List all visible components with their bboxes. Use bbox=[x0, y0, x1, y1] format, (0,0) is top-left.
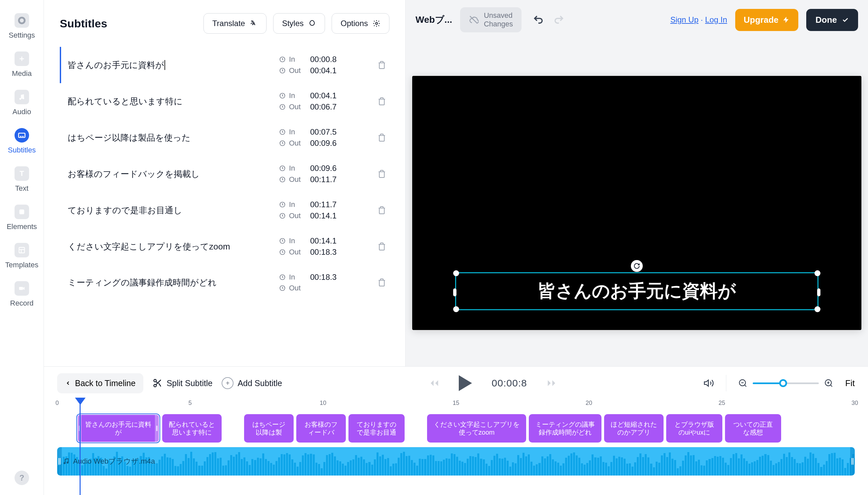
fit-button[interactable]: Fit bbox=[845, 378, 855, 388]
subtitle-text[interactable]: ミーティングの議事録作成時間がどれ bbox=[68, 277, 273, 288]
zoom-slider-thumb[interactable] bbox=[779, 379, 787, 387]
help-button[interactable]: ? bbox=[15, 471, 29, 485]
subtitle-row[interactable]: ミーティングの議事録作成時間がどれIn00:18.3Out bbox=[60, 264, 389, 300]
project-name[interactable]: Webブ... bbox=[415, 14, 452, 26]
play-button[interactable] bbox=[459, 375, 472, 391]
done-button[interactable]: Done bbox=[806, 9, 858, 31]
forward-icon[interactable] bbox=[547, 378, 557, 388]
subtitle-row[interactable]: 皆さんのお手元に資料がIn00:00.8Out00:04.1 bbox=[60, 47, 389, 83]
timeline-clip[interactable]: ミーティングの議事録作成時間がどれ bbox=[529, 414, 602, 443]
clip-handle-right[interactable] bbox=[155, 415, 159, 442]
signup-link[interactable]: Sign Up bbox=[670, 15, 698, 24]
sidebar-item-templates[interactable]: Templates bbox=[5, 243, 38, 269]
subtitle-track[interactable]: 皆さんのお手元に資料が配られていると思います特にはちページ以降は製お客様のフィー… bbox=[57, 414, 855, 443]
resize-handle-tr[interactable] bbox=[815, 270, 820, 276]
timeline-clip[interactable]: 皆さんのお手元に資料が bbox=[77, 414, 160, 443]
zoom-out-icon[interactable] bbox=[738, 378, 748, 388]
time-in[interactable]: In00:11.7 bbox=[279, 200, 362, 209]
subtitle-row[interactable]: お客様のフィードバックを掲載しIn00:09.6Out00:11.7 bbox=[60, 156, 389, 192]
styles-button[interactable]: Styles bbox=[273, 13, 325, 34]
time-in[interactable]: In00:14.1 bbox=[279, 236, 362, 245]
plus-circle-icon: + bbox=[222, 377, 233, 389]
video-canvas[interactable]: 皆さんのお手元に資料が bbox=[412, 76, 862, 330]
undo-icon[interactable] bbox=[533, 14, 544, 25]
subtitle-overlay[interactable]: 皆さんのお手元に資料が bbox=[455, 272, 818, 310]
subtitle-text[interactable]: お客様のフィードバックを掲載し bbox=[68, 168, 273, 180]
timeline-clip[interactable]: お客様のフィードバ bbox=[296, 414, 346, 443]
sidebar-item-text[interactable]: T Text bbox=[15, 166, 29, 193]
time-out[interactable]: Out00:06.7 bbox=[279, 102, 362, 112]
subtitle-row[interactable]: ください文字起こしアプリを使ってzoomIn00:14.1Out00:18.3 bbox=[60, 228, 389, 264]
subtitle-text[interactable]: ください文字起こしアプリを使ってzoom bbox=[68, 241, 273, 253]
rewind-icon[interactable] bbox=[429, 378, 439, 388]
sidebar-item-settings[interactable]: Settings bbox=[9, 13, 35, 39]
subtitle-text[interactable]: 配られていると思います特に bbox=[68, 96, 273, 107]
resize-handle-mr[interactable] bbox=[817, 288, 820, 296]
timeline[interactable]: 051015202530 皆さんのお手元に資料が配られていると思います特にはちペ… bbox=[44, 399, 868, 495]
subtitle-text[interactable]: はちページ以降は製品を使った bbox=[68, 132, 273, 143]
timeline-clip[interactable]: ておりますので是非お目通 bbox=[348, 414, 405, 443]
sidebar-item-subtitles[interactable]: Subtitles bbox=[8, 128, 36, 154]
delete-subtitle-button[interactable] bbox=[374, 166, 389, 182]
zoom-slider-track[interactable] bbox=[753, 382, 819, 384]
audio-handle-left[interactable] bbox=[57, 447, 62, 476]
delete-subtitle-button[interactable] bbox=[374, 94, 389, 109]
add-subtitle-button[interactable]: + Add Subtitle bbox=[222, 377, 282, 389]
canvas-viewport[interactable]: 皆さんのお手元に資料が bbox=[406, 39, 868, 366]
time-out[interactable]: Out00:14.1 bbox=[279, 211, 362, 220]
translate-button[interactable]: Translate bbox=[203, 13, 266, 34]
time-in[interactable]: In00:18.3 bbox=[279, 273, 362, 282]
login-link[interactable]: Log In bbox=[705, 15, 727, 24]
delete-subtitle-button[interactable] bbox=[374, 130, 389, 145]
time-out[interactable]: Out00:04.1 bbox=[279, 66, 362, 75]
resize-handle-ml[interactable] bbox=[453, 288, 457, 296]
subtitle-list[interactable]: 皆さんのお手元に資料がIn00:00.8Out00:04.1配られていると思いま… bbox=[60, 47, 389, 366]
sidebar-label-settings: Settings bbox=[9, 31, 35, 39]
audio-track[interactable]: Audio Webブラウザ.m4a bbox=[57, 447, 855, 476]
timeline-clip[interactable]: はちページ以降は製 bbox=[244, 414, 294, 443]
delete-subtitle-button[interactable] bbox=[374, 57, 389, 73]
sidebar-item-audio[interactable]: Audio bbox=[13, 90, 31, 116]
timeline-clip[interactable]: ください文字起こしアプリを使ってzoom bbox=[427, 414, 526, 443]
svg-rect-30 bbox=[59, 458, 59, 465]
translate-icon bbox=[250, 19, 258, 28]
redo-icon[interactable] bbox=[553, 14, 564, 25]
split-subtitle-button[interactable]: Split Subtitle bbox=[152, 378, 212, 388]
sidebar-item-elements[interactable]: Elements bbox=[6, 205, 37, 231]
subtitle-row[interactable]: ておりますので是非お目通しIn00:11.7Out00:14.1 bbox=[60, 192, 389, 228]
subtitle-text[interactable]: ておりますので是非お目通し bbox=[68, 205, 273, 216]
resize-handle-tl[interactable] bbox=[453, 270, 459, 276]
subtitle-row[interactable]: 配られていると思います特にIn00:04.1Out00:06.7 bbox=[60, 83, 389, 119]
resize-handle-br[interactable] bbox=[815, 306, 820, 312]
subtitle-row[interactable]: はちページ以降は製品を使ったIn00:07.5Out00:09.6 bbox=[60, 119, 389, 156]
timeline-clip[interactable]: ほど短縮されたのかアプリ bbox=[604, 414, 664, 443]
time-in[interactable]: In00:09.6 bbox=[279, 164, 362, 173]
sidebar-item-record[interactable]: Record bbox=[10, 281, 34, 308]
playhead[interactable] bbox=[80, 402, 81, 495]
subtitle-times: In00:14.1Out00:18.3 bbox=[279, 236, 362, 257]
refresh-icon[interactable] bbox=[631, 260, 643, 272]
delete-subtitle-button[interactable] bbox=[374, 275, 389, 290]
timeline-clip[interactable]: とブラウザ版のuiやuxに bbox=[666, 414, 722, 443]
zoom-in-icon[interactable] bbox=[824, 378, 833, 388]
resize-handle-bl[interactable] bbox=[453, 306, 459, 312]
subtitle-text[interactable]: 皆さんのお手元に資料が bbox=[68, 59, 273, 71]
time-out[interactable]: Out00:11.7 bbox=[279, 175, 362, 184]
time-out[interactable]: Out00:18.3 bbox=[279, 248, 362, 257]
upgrade-button[interactable]: Upgrade bbox=[735, 9, 798, 31]
time-in[interactable]: In00:04.1 bbox=[279, 91, 362, 100]
volume-icon[interactable] bbox=[704, 378, 714, 388]
time-in[interactable]: In00:07.5 bbox=[279, 127, 362, 137]
timeline-clip[interactable]: 配られていると思います特に bbox=[162, 414, 222, 443]
options-button[interactable]: Options bbox=[332, 13, 389, 34]
timeline-clip[interactable]: ついての正直な感想 bbox=[725, 414, 781, 443]
audio-handle-right[interactable] bbox=[850, 447, 855, 476]
time-out[interactable]: Out00:09.6 bbox=[279, 139, 362, 148]
delete-subtitle-button[interactable] bbox=[374, 203, 389, 218]
time-out[interactable]: Out bbox=[279, 284, 362, 292]
time-in[interactable]: In00:00.8 bbox=[279, 55, 362, 64]
options-label: Options bbox=[341, 19, 368, 28]
back-to-timeline-button[interactable]: Back to Timeline bbox=[57, 373, 143, 393]
delete-subtitle-button[interactable] bbox=[374, 239, 389, 254]
sidebar-item-media[interactable]: Media bbox=[12, 51, 32, 78]
